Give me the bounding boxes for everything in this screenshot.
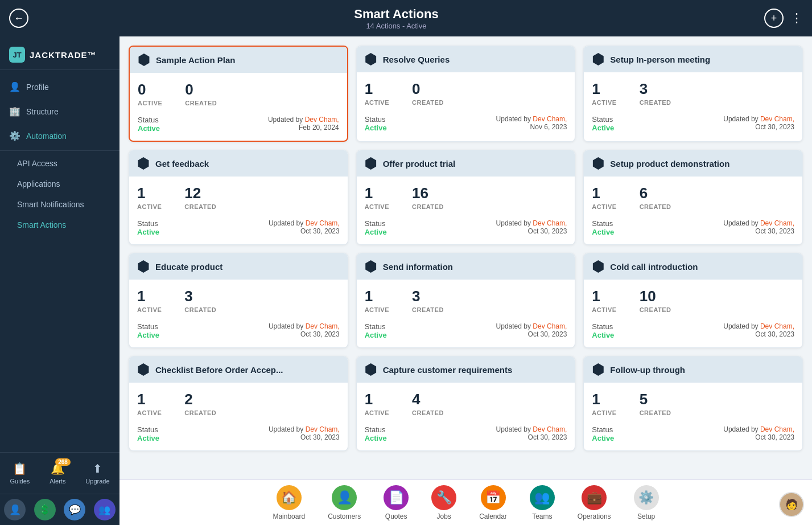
nav-label-operations: Operations	[578, 512, 611, 520]
action-card-resolve-queries[interactable]: Resolve Queries 1 ACTIVE 0 CREATED Statu…	[356, 46, 576, 142]
stat-created: 3 CREATED	[184, 288, 216, 313]
card-hex-icon	[365, 157, 377, 170]
status-value: Active	[592, 228, 614, 236]
nav-item-teams[interactable]: 👥 Teams	[518, 481, 566, 525]
card-title: Send information	[383, 262, 453, 272]
stat-active-label: ACTIVE	[137, 306, 162, 313]
stat-active-number: 1	[137, 288, 162, 305]
nav-label-mainboard: Mainboard	[273, 512, 305, 520]
add-button[interactable]: +	[764, 9, 784, 28]
card-title: Sample Action Plan	[156, 55, 235, 65]
nav-item-jobs[interactable]: 🔧 Jobs	[420, 481, 468, 525]
stat-active: 1 ACTIVE	[365, 391, 389, 416]
stat-active-label: ACTIVE	[592, 306, 616, 313]
status-block: Status Active	[365, 322, 387, 339]
stat-active-number: 1	[365, 288, 389, 305]
sidebar-item-applications[interactable]: Applications	[0, 174, 119, 194]
stat-created-number: 12	[184, 184, 216, 202]
updated-date: Oct 30, 2023	[755, 433, 794, 441]
guides-button[interactable]: 📋 Guides	[5, 458, 34, 488]
stat-created-label: CREATED	[412, 306, 444, 313]
stat-active-number: 1	[592, 184, 616, 202]
user-avatar[interactable]: 🧑	[779, 492, 804, 517]
stat-active-number: 1	[365, 80, 389, 98]
updated-by: Updated by Dev Cham, Feb 20, 2024	[268, 116, 339, 132]
card-stats: 1 ACTIVE 2 CREATED	[137, 391, 340, 416]
card-stats: 1 ACTIVE 0 CREATED	[365, 80, 567, 106]
alerts-badge: 268	[55, 458, 71, 466]
action-card-sample-action-plan[interactable]: Sample Action Plan 0 ACTIVE 0 CREATED St…	[129, 46, 348, 142]
nav-item-mainboard[interactable]: 🏠 Mainboard	[261, 481, 316, 525]
action-card-send-information[interactable]: Send information 1 ACTIVE 3 CREATED Stat…	[356, 253, 576, 348]
stat-active-label: ACTIVE	[592, 409, 616, 416]
status-value: Active	[592, 331, 614, 339]
upgrade-button[interactable]: ⬆ Upgrade	[81, 458, 114, 488]
upgrade-icon: ⬆	[93, 462, 102, 475]
card-header: Follow-up through	[584, 356, 802, 383]
status-value: Active	[137, 228, 159, 236]
action-card-cold-call-introduction[interactable]: Cold call introduction 1 ACTIVE 10 CREAT…	[583, 253, 803, 348]
updated-date: Oct 30, 2023	[300, 433, 340, 441]
stat-created-number: 5	[640, 391, 671, 408]
stat-created-number: 3	[184, 288, 216, 305]
action-card-offer-product-trial[interactable]: Offer product trial 1 ACTIVE 16 CREATED …	[356, 150, 576, 245]
nav-item-calendar[interactable]: 📅 Calendar	[468, 481, 518, 525]
nav-item-operations[interactable]: 💼 Operations	[566, 481, 623, 525]
status-value: Active	[137, 331, 159, 339]
stat-created: 0 CREATED	[185, 81, 217, 106]
card-hex-icon	[592, 157, 604, 170]
user-bl-icon[interactable]: 👤	[4, 499, 26, 520]
action-card-educate-product[interactable]: Educate product 1 ACTIVE 3 CREATED Statu…	[129, 253, 348, 348]
nav-icon-jobs: 🔧	[431, 485, 456, 510]
stat-created: 6 CREATED	[640, 184, 671, 210]
card-title: Setup In-person meeting	[610, 55, 710, 64]
action-card-follow-up-through[interactable]: Follow-up through 1 ACTIVE 5 CREATED Sta…	[583, 356, 803, 451]
dev-name: Dev Cham,	[760, 425, 794, 433]
upgrade-label: Upgrade	[85, 478, 109, 485]
action-card-setup-product-demonstration[interactable]: Setup product demonstration 1 ACTIVE 6 C…	[583, 150, 803, 245]
card-stats: 1 ACTIVE 6 CREATED	[592, 184, 794, 210]
status-label: Status	[365, 425, 387, 434]
card-title: Setup product demonstration	[610, 159, 729, 169]
status-value: Active	[592, 124, 614, 132]
card-title: Get feedback	[155, 159, 209, 169]
sidebar-item-smart-notifications[interactable]: Smart Notifications	[0, 194, 119, 215]
sidebar-item-profile[interactable]: 👤 Profile	[0, 75, 119, 99]
action-card-capture-customer-requirements[interactable]: Capture customer requirements 1 ACTIVE 4…	[356, 356, 576, 451]
people-bl-icon[interactable]: 👥	[94, 499, 116, 520]
dev-name: Dev Cham,	[305, 116, 339, 124]
nav-item-quotes[interactable]: 📄 Quotes	[372, 481, 420, 525]
stat-created-number: 16	[412, 184, 444, 202]
card-header: Setup In-person meeting	[584, 46, 802, 72]
action-card-get-feedback[interactable]: Get feedback 1 ACTIVE 12 CREATED Status …	[129, 150, 348, 245]
back-button[interactable]: ←	[9, 9, 28, 28]
updated-date: Feb 20, 2024	[299, 124, 339, 132]
more-button[interactable]: ⋮	[790, 11, 803, 26]
status-label: Status	[137, 425, 159, 434]
nav-item-setup[interactable]: ⚙️ Setup	[623, 481, 670, 525]
action-card-checklist-before-order[interactable]: Checklist Before Order Accep... 1 ACTIVE…	[129, 356, 348, 451]
top-bar: ← Smart Actions 14 Actions - Active + ⋮	[0, 0, 812, 36]
sidebar-item-api-access[interactable]: API Access	[0, 153, 119, 174]
sidebar-item-structure[interactable]: 🏢 Structure	[0, 99, 119, 124]
card-stats: 1 ACTIVE 4 CREATED	[365, 391, 567, 416]
sidebar-item-automation[interactable]: ⚙️ Automation	[0, 124, 119, 148]
status-value: Active	[138, 124, 160, 133]
nav-item-customers[interactable]: 👤 Customers	[316, 481, 372, 525]
card-title: Educate product	[155, 262, 222, 272]
card-title: Offer product trial	[383, 159, 456, 169]
dev-name: Dev Cham,	[760, 219, 794, 227]
sidebar-item-smart-actions[interactable]: Smart Actions	[0, 215, 119, 235]
card-footer: Status Active Updated by Dev Cham, Feb 2…	[138, 116, 339, 133]
alerts-button[interactable]: 🔔 268 Alerts	[45, 458, 70, 488]
updated-date: Oct 30, 2023	[755, 227, 794, 235]
dollar-bl-icon[interactable]: 💲	[34, 499, 56, 520]
stat-active-number: 1	[365, 184, 389, 202]
card-title: Cold call introduction	[610, 262, 698, 272]
status-block: Status Active	[365, 425, 387, 442]
chat-bl-icon[interactable]: 💬	[64, 499, 85, 520]
status-label: Status	[137, 322, 159, 331]
sidebar-logo: JT JACKTRADE™	[0, 36, 119, 70]
action-card-setup-in-person[interactable]: Setup In-person meeting 1 ACTIVE 3 CREAT…	[583, 46, 803, 142]
card-body: 1 ACTIVE 10 CREATED Status Active Update…	[584, 280, 802, 347]
